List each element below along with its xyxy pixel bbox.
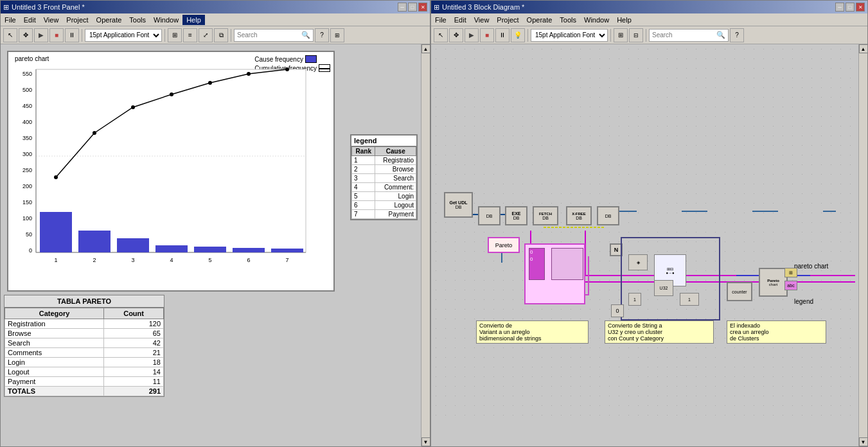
help-button[interactable]: ? — [315, 28, 329, 42]
svg-rect-17 — [78, 231, 111, 252]
legend-table: Rank Cause 1Registratio2Browse3Search4Co… — [351, 146, 416, 219]
exe-node[interactable]: EXE DB — [505, 206, 527, 225]
bd-minimize-button[interactable]: ─ — [835, 3, 844, 12]
bd-title-buttons: ─ □ ✕ — [835, 3, 865, 12]
svg-text:2: 2 — [93, 257, 96, 263]
svg-text:3: 3 — [131, 257, 134, 263]
arrow-tool[interactable]: ↖ — [3, 28, 17, 42]
separator2 — [164, 29, 165, 42]
pareto-box[interactable]: Pareto — [488, 237, 520, 253]
menu-operate[interactable]: Operate — [93, 15, 126, 25]
bd-scroll-up-button[interactable]: ▲ — [859, 44, 868, 53]
bd-separator2 — [610, 29, 611, 42]
node5[interactable]: DB — [597, 206, 619, 225]
stop-button[interactable]: ■ — [49, 28, 64, 42]
scroll-down-button[interactable]: ▼ — [421, 437, 430, 446]
counter-node[interactable]: counter — [727, 282, 752, 301]
menu-view[interactable]: View — [40, 15, 63, 25]
bd-menu-view[interactable]: View — [470, 15, 493, 25]
bd-align-tool[interactable]: ⊞ — [614, 28, 628, 42]
block-diagram-svg — [431, 44, 855, 417]
pink-inner2[interactable] — [551, 248, 583, 280]
output-terminal1[interactable]: ⊞ — [784, 268, 797, 277]
font-selector[interactable]: 15pt Application Font — [85, 29, 162, 42]
zero-indicator[interactable]: 0 — [611, 304, 624, 317]
bd-menu-project[interactable]: Project — [493, 15, 522, 25]
legend-popup: legend Rank Cause 1Registratio2Browse3Se… — [350, 134, 418, 220]
bd-scroll-down-button[interactable]: ▼ — [859, 437, 868, 446]
front-panel-canvas: pareto chart Cause frequency Cumulative … — [1, 44, 421, 446]
resize-tool[interactable]: ⤢ — [199, 28, 213, 42]
bd-menu-operate[interactable]: Operate — [523, 15, 556, 25]
svg-text:500: 500 — [22, 87, 32, 93]
bd-run-button[interactable]: ▶ — [465, 28, 479, 42]
run-button[interactable]: ▶ — [34, 28, 48, 42]
loop-node1[interactable]: ◈ — [628, 254, 648, 270]
tool2[interactable]: ✥ — [19, 28, 33, 42]
search-box-right[interactable]: 🔍 — [649, 29, 729, 42]
bd-menu-window[interactable]: Window — [580, 15, 613, 25]
bd-icon-tool[interactable]: ⊟ — [629, 28, 643, 42]
menu-tools[interactable]: Tools — [125, 15, 150, 25]
db-label1: DB — [456, 205, 462, 209]
loop-index[interactable]: 1 — [628, 293, 641, 306]
bd-menu-file[interactable]: File — [431, 15, 450, 25]
legend-output: legend — [794, 298, 813, 305]
bd-menu-edit[interactable]: Edit — [450, 15, 470, 25]
bd-help-button[interactable]: ? — [730, 28, 744, 42]
bd-tool2[interactable]: ✥ — [449, 28, 463, 42]
loop-node2-text: ⊞⊟ — [667, 267, 673, 271]
block-diagram-title: Untitled 3 Block Diagram * — [442, 3, 524, 11]
output-terminal2-label: abc — [787, 283, 794, 288]
category-cell: Registration — [5, 319, 104, 329]
legend-cause: Browse — [375, 165, 416, 174]
fetch-db-label: DB — [542, 216, 549, 220]
bd-menu-help[interactable]: Help — [613, 15, 635, 25]
bd-font-selector[interactable]: 15pt Application Font — [531, 29, 608, 42]
loop-node3[interactable]: U32 — [654, 280, 673, 296]
minimize-button[interactable]: ─ — [398, 3, 407, 12]
menu-help[interactable]: Help — [182, 15, 205, 25]
bd-maximize-button[interactable]: □ — [846, 3, 855, 12]
svg-text:400: 400 — [22, 119, 32, 125]
loop-node4[interactable]: 1 — [680, 293, 699, 306]
node5-label: DB — [605, 214, 612, 218]
pink-inner1[interactable]: 0 0 — [529, 248, 545, 280]
maximize-button[interactable]: □ — [408, 3, 417, 12]
close-button[interactable]: ✕ — [418, 3, 427, 12]
bd-menu-tools[interactable]: Tools — [556, 15, 580, 25]
bd-close-button[interactable]: ✕ — [856, 3, 865, 12]
bd-pause-button[interactable]: ⏸ — [495, 28, 509, 42]
scroll-up-button[interactable]: ▲ — [421, 44, 430, 53]
n-label: N — [614, 247, 619, 253]
bd-arrow-tool[interactable]: ↖ — [434, 28, 448, 42]
bd-bulb[interactable]: 💡 — [511, 28, 525, 42]
free-db-label: DB — [576, 216, 582, 220]
svg-text:50: 50 — [26, 231, 32, 238]
free-node[interactable]: X∙FREE DB — [566, 206, 592, 225]
output-terminal2[interactable]: abc — [784, 281, 797, 290]
menu-project[interactable]: Project — [62, 15, 92, 25]
bd-stop-button[interactable]: ■ — [480, 28, 494, 42]
fetch-node[interactable]: FETCH DB — [533, 206, 558, 225]
minimize-icon: ─ — [400, 4, 404, 10]
pareto-chart-block[interactable]: Pareto chart — [759, 268, 788, 297]
annotation3-text: El indexado crea un arreglo de Clusters — [730, 322, 769, 342]
node1[interactable]: DB — [478, 206, 500, 225]
menu-file[interactable]: File — [1, 15, 20, 25]
cause-freq-icon — [305, 55, 317, 63]
distribute-tool[interactable]: ≡ — [183, 28, 197, 42]
pareto-chart-output-label: pareto chart — [794, 263, 828, 270]
svg-text:100: 100 — [22, 215, 32, 222]
search-box-left[interactable]: 🔍 — [234, 29, 314, 42]
pause-button[interactable]: ⏸ — [65, 28, 79, 42]
context-help[interactable]: ⊞ — [330, 28, 344, 42]
get-udl-node[interactable]: Get UDL DB — [444, 192, 473, 218]
menu-window[interactable]: Window — [150, 15, 182, 25]
menu-edit[interactable]: Edit — [20, 15, 40, 25]
bd-title-left: ⊞ Untitled 3 Block Diagram * — [434, 3, 524, 12]
align-tool[interactable]: ⊞ — [168, 28, 182, 42]
search-input-right[interactable] — [652, 31, 716, 39]
search-input-left[interactable] — [237, 31, 301, 39]
reorder-tool[interactable]: ⧉ — [214, 28, 228, 42]
